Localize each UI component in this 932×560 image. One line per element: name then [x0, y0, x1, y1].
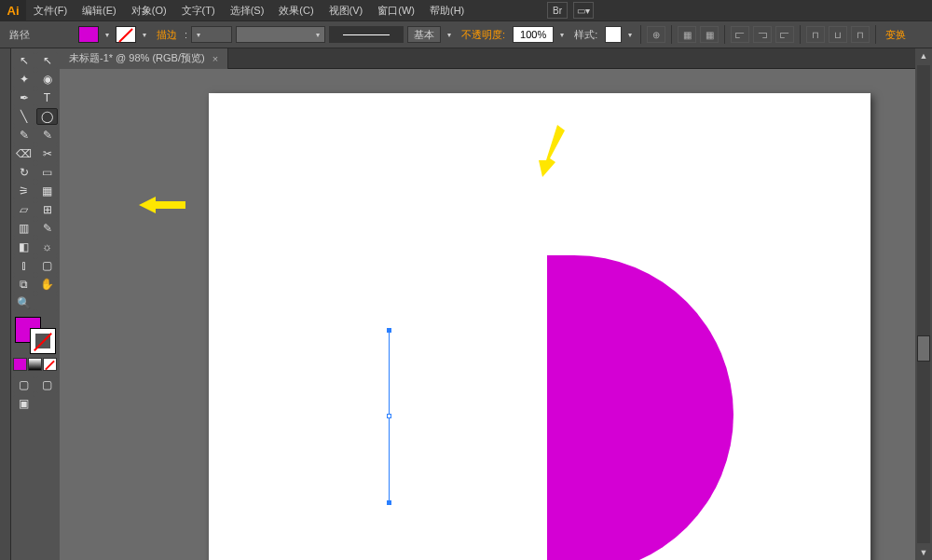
width-tool[interactable]: ▭: [36, 164, 58, 181]
scroll-thumb[interactable]: [917, 335, 930, 362]
align-1-icon[interactable]: ⫍: [731, 26, 749, 43]
selection-type-label: 路径: [6, 28, 34, 42]
selected-path[interactable]: [389, 330, 390, 503]
zoom-tool[interactable]: 🔍: [13, 294, 34, 311]
canvas[interactable]: [60, 69, 915, 560]
align-center-icon[interactable]: ▦: [700, 26, 719, 43]
color-mode-icon[interactable]: [13, 358, 27, 371]
extra-tool[interactable]: [36, 294, 58, 311]
gradient-tool[interactable]: ▥: [13, 220, 34, 237]
menu-object[interactable]: 对象(O): [124, 0, 174, 20]
perspective-tool[interactable]: ▱: [13, 201, 34, 218]
transform-label[interactable]: 变换: [882, 28, 910, 42]
menu-file[interactable]: 文件(F): [26, 0, 75, 20]
brush-dropdown[interactable]: ▾: [445, 31, 454, 39]
opacity-dropdown[interactable]: ▾: [557, 31, 567, 39]
screen-mode-3[interactable]: ▣: [13, 395, 34, 412]
free-transform-tool[interactable]: ⚞: [13, 183, 34, 199]
stroke-dropdown[interactable]: ▾: [140, 31, 149, 39]
none-mode-icon[interactable]: [43, 358, 57, 371]
menu-select[interactable]: 选择(S): [223, 0, 272, 20]
artboard-tool[interactable]: ▢: [36, 257, 58, 274]
arrange-docs-button[interactable]: ▭▾: [573, 2, 594, 19]
profile-field[interactable]: ▾: [236, 26, 325, 43]
rotate-tool[interactable]: ↻: [13, 164, 34, 181]
menu-help[interactable]: 帮助(H): [422, 0, 472, 20]
annotation-arrow-left: [139, 195, 185, 215]
align-5-icon[interactable]: ⊔: [829, 26, 847, 43]
anchor-bottom[interactable]: [387, 500, 391, 505]
eraser-tool[interactable]: ⌫: [13, 145, 34, 162]
brush-tool[interactable]: ✎: [13, 127, 34, 143]
menu-effect[interactable]: 效果(C): [271, 0, 321, 20]
lasso-tool[interactable]: ◉: [36, 71, 58, 88]
vertical-scrollbar[interactable]: ▲ ▼: [915, 48, 932, 560]
fill-swatch[interactable]: [78, 26, 99, 43]
graph-tool[interactable]: ⫿: [13, 257, 34, 274]
recolor-icon[interactable]: ⊕: [647, 26, 665, 43]
blend-tool[interactable]: ◧: [13, 239, 34, 255]
blob-brush-tool[interactable]: ✎: [36, 127, 58, 143]
opacity-label[interactable]: 不透明度:: [458, 28, 509, 42]
svg-marker-0: [139, 197, 185, 213]
type-tool[interactable]: T: [36, 89, 58, 106]
eyedropper-tool[interactable]: ✎: [36, 220, 58, 237]
svg-marker-1: [539, 125, 565, 177]
scroll-track[interactable]: [917, 65, 930, 543]
scroll-up-icon[interactable]: ▲: [916, 48, 931, 63]
slice-tool[interactable]: ⧉: [13, 276, 34, 293]
stroke-label[interactable]: 描边: [153, 28, 181, 42]
align-6-icon[interactable]: ⊓: [851, 26, 870, 43]
align-2-icon[interactable]: ⫎: [753, 26, 772, 43]
anchor-top[interactable]: [387, 328, 391, 333]
scissors-tool[interactable]: ✂: [36, 145, 58, 162]
screen-mode-1[interactable]: ▢: [13, 376, 34, 393]
selection-tool[interactable]: ↖: [13, 52, 34, 69]
tools-panel: ↖↖ ✦◉ ✒T ╲◯ ✎✎ ⌫✂ ↻▭ ⚞▦ ▱⊞ ▥✎ ◧☼ ⫿▢ ⧉✋ 🔍…: [11, 48, 60, 560]
fill-dropdown[interactable]: ▾: [103, 31, 112, 39]
fill-stroke-proxy[interactable]: [13, 317, 58, 354]
mesh-tool[interactable]: ⊞: [36, 201, 58, 218]
app-logo: Ai: [0, 0, 26, 20]
menu-window[interactable]: 窗口(W): [370, 0, 422, 20]
style-swatch[interactable]: [605, 26, 622, 43]
screen-mode-2[interactable]: ▢: [36, 376, 58, 393]
menu-edit[interactable]: 编辑(E): [75, 0, 124, 20]
align-3-icon[interactable]: ⫍: [775, 26, 794, 43]
style-dropdown[interactable]: ▾: [625, 31, 635, 39]
brush-field[interactable]: [329, 26, 404, 43]
brush-basic-label[interactable]: 基本: [407, 26, 441, 43]
document-tab-title: 未标题-1* @ 98% (RGB/预览): [69, 51, 205, 65]
opacity-field[interactable]: 100%: [513, 26, 554, 43]
magic-wand-tool[interactable]: ✦: [13, 71, 34, 88]
hand-tool[interactable]: ✋: [36, 276, 58, 293]
style-label: 样式:: [570, 28, 601, 42]
ellipse-tool[interactable]: ◯: [36, 108, 58, 125]
close-tab-icon[interactable]: ×: [212, 53, 218, 64]
align-left-icon[interactable]: ▦: [678, 26, 696, 43]
document-tab[interactable]: 未标题-1* @ 98% (RGB/预览) ×: [60, 48, 228, 69]
stroke-swatch[interactable]: [116, 26, 136, 43]
gradient-mode-icon[interactable]: [28, 358, 42, 371]
bridge-button[interactable]: Br: [547, 2, 568, 19]
pen-tool[interactable]: ✒: [13, 89, 34, 106]
menu-view[interactable]: 视图(V): [322, 0, 371, 20]
symbol-tool[interactable]: ☼: [36, 239, 58, 255]
stroke-weight-field[interactable]: ▾: [191, 26, 232, 43]
align-4-icon[interactable]: ⊓: [806, 26, 825, 43]
direct-selection-tool[interactable]: ↖: [36, 52, 58, 69]
menu-type[interactable]: 文字(T): [174, 0, 223, 20]
annotation-arrow-top: [531, 125, 565, 177]
stroke-proxy[interactable]: [30, 328, 56, 354]
scroll-down-icon[interactable]: ▼: [916, 545, 931, 560]
anchor-mid[interactable]: [387, 414, 391, 418]
shape-builder-tool[interactable]: ▦: [36, 183, 58, 199]
left-gutter: [0, 48, 11, 560]
line-tool[interactable]: ╲: [13, 108, 34, 125]
